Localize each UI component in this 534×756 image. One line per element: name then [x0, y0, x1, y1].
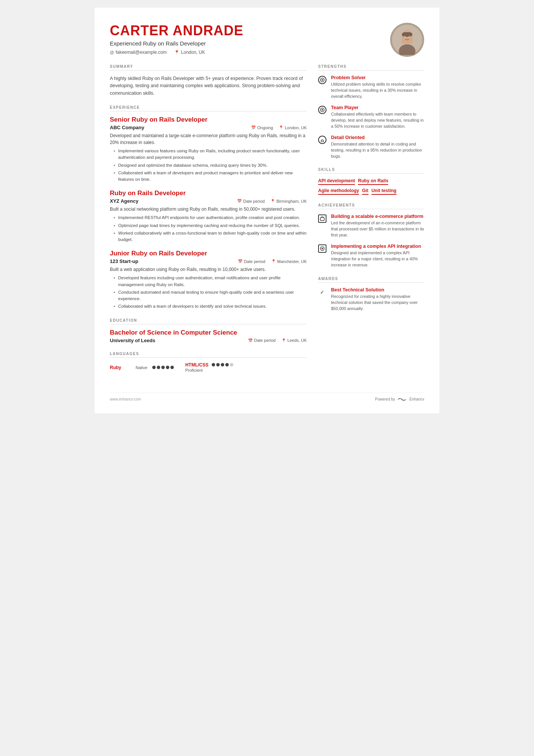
strength-desc-1: Collaborated effectively with team membe… [331, 111, 424, 130]
strength-icon-2 [318, 136, 326, 144]
avatar [390, 23, 424, 57]
achievements-title: ACHIEVEMENTS [318, 203, 424, 209]
exp-location-text-0: London, UK [285, 125, 307, 130]
dot [170, 366, 174, 369]
left-column: SUMMARY A highly skilled Ruby on Rails D… [110, 64, 307, 381]
achievement-icon-1 [318, 244, 326, 253]
cal-icon-2: 📅 [238, 259, 242, 263]
strengths-section: STRENGTHS Problem Solver Utilized proble… [318, 64, 424, 159]
award-icon-0: ✓ [318, 288, 326, 296]
dot [152, 366, 156, 369]
strength-icon-1 [318, 106, 326, 114]
dot [166, 366, 169, 369]
exp-period-0: 📅 Ongoing [251, 125, 273, 130]
header-left: CARTER ANDRADE Experienced Ruby on Rails… [110, 23, 244, 55]
exp-bullet-0-0: Implemented various features using Ruby … [114, 148, 307, 161]
strengths-title: STRENGTHS [318, 64, 424, 70]
exp-job-title-1: Ruby on Rails Developer [110, 189, 307, 197]
lang-level-0: Native [136, 365, 147, 370]
exp-location-text-2: Manchester, UK [277, 259, 307, 264]
skill-1: Ruby on Rails [358, 178, 388, 185]
footer-brand: Powered by Enhancv [375, 397, 424, 402]
dot [230, 363, 233, 366]
cal-icon-0: 📅 [251, 125, 256, 130]
dot [212, 363, 215, 366]
achievement-desc-1: Designed and implemented a complex API i… [331, 250, 424, 268]
candidate-name: CARTER ANDRADE [110, 23, 244, 39]
achievement-icon-0 [318, 214, 326, 223]
email-contact: @ fakeemail@example.com [110, 50, 167, 55]
strength-item-0: Problem Solver Utilized problem solving … [318, 75, 424, 100]
exp-company-2: 123 Start-up [110, 258, 138, 264]
award-desc-0: Recognized for creating a highly innovat… [331, 294, 424, 312]
experience-item-2: Junior Ruby on Rails Developer 123 Start… [110, 250, 307, 310]
exp-job-title-2: Junior Ruby on Rails Developer [110, 250, 307, 257]
dot [216, 363, 220, 366]
cal-icon-1: 📅 [237, 199, 242, 203]
skills-title: SKILLS [318, 167, 424, 174]
edu-period-text: Date period [254, 338, 276, 343]
skill-2: Agile methodology [318, 188, 359, 195]
dot [221, 363, 224, 366]
exp-location-1: 📍 Birmingham, UK [270, 199, 307, 203]
exp-bullet-0-1: Designed and optimized the database sche… [114, 162, 307, 169]
exp-company-1: XYZ Agency [110, 198, 138, 204]
exp-bullets-1: Implemented RESTful API endpoints for us… [110, 214, 307, 243]
exp-bullets-0: Implemented various features using Ruby … [110, 148, 307, 183]
strength-title-1: Team Player [331, 105, 424, 110]
exp-details-2: 📅 Date period 📍 Manchester, UK [238, 259, 307, 264]
exp-desc-0: Developed and maintained a large-scale e… [110, 132, 307, 146]
achievement-item-1: Implementing a complex API integration D… [318, 244, 424, 268]
exp-bullet-1-2: Worked collaboratively with a cross-func… [114, 230, 307, 243]
strength-title-2: Detail Oriented [331, 135, 424, 140]
dot [161, 366, 165, 369]
languages-title: LANGUAGES [110, 352, 307, 358]
achievements-section: ACHIEVEMENTS Building a scalable e-comme… [318, 203, 424, 268]
summary-text: A highly skilled Ruby on Rails Developer… [110, 75, 307, 97]
skill-0: API development [318, 178, 355, 185]
lang-item-1: HTML/CSS Proficient [185, 362, 233, 373]
skills-grid: API development Ruby on Rails Agile meth… [318, 178, 424, 195]
strength-item-2: Detail Oriented Demonstrated attention t… [318, 135, 424, 160]
exp-details-0: 📅 Ongoing 📍 London, UK [251, 125, 307, 130]
award-title-0: Best Technical Solution [331, 287, 424, 293]
exp-bullet-1-0: Implemented RESTful API endpoints for us… [114, 214, 307, 221]
exp-bullet-2-2: Collaborated with a team of developers t… [114, 303, 307, 310]
enhancv-logo: Enhancv [397, 397, 424, 402]
edu-period-0: 📅 Date period [248, 338, 276, 343]
exp-bullet-0-2: Collaborated with a team of developers a… [114, 170, 307, 183]
skills-section: SKILLS API development Ruby on Rails Agi… [318, 167, 424, 195]
lang-dots-0 [152, 366, 174, 369]
lang-dots-1 [212, 363, 233, 366]
contact-info: @ fakeemail@example.com 📍 London, UK [110, 50, 244, 55]
svg-point-14 [322, 109, 323, 111]
experience-title: EXPERIENCE [110, 105, 307, 111]
exp-company-0: ABC Company [110, 125, 144, 130]
strength-content-2: Detail Oriented Demonstrated attention t… [331, 135, 424, 160]
lang-name-0: Ruby [110, 365, 133, 370]
award-content-0: Best Technical Solution Recognized for c… [331, 287, 424, 312]
exp-job-title-0: Senior Ruby on Rails Developer [110, 116, 307, 124]
award-item-0: ✓ Best Technical Solution Recognized for… [318, 287, 424, 312]
email-value: fakeemail@example.com [116, 50, 167, 55]
brand-name: Enhancv [409, 397, 424, 401]
strength-content-1: Team Player Collaborated effectively wit… [331, 105, 424, 130]
two-col-layout: SUMMARY A highly skilled Ruby on Rails D… [110, 64, 424, 381]
svg-rect-16 [320, 218, 324, 221]
footer-website: www.enhancv.com [110, 397, 141, 401]
location-value: London, UK [181, 50, 205, 55]
summary-title: SUMMARY [110, 64, 307, 70]
exp-desc-1: Built a social networking platform using… [110, 206, 307, 213]
candidate-subtitle: Experienced Ruby on Rails Developer [110, 40, 244, 47]
awards-section: AWARDS ✓ Best Technical Solution Recogni… [318, 277, 424, 312]
footer: www.enhancv.com Powered by Enhancv [110, 393, 424, 402]
exp-location-2: 📍 Manchester, UK [271, 259, 307, 264]
exp-desc-2: Built a web application using Ruby on Ra… [110, 266, 307, 273]
svg-point-12 [322, 79, 323, 81]
languages-section: LANGUAGES Ruby Native [110, 352, 307, 373]
awards-title: AWARDS [318, 277, 424, 283]
pin-icon-0: 📍 [279, 125, 283, 130]
exp-bullet-2-0: Developed features including user authen… [114, 275, 307, 288]
skill-4: Unit testing [372, 188, 397, 195]
exp-period-text-1: Date period [243, 199, 265, 203]
